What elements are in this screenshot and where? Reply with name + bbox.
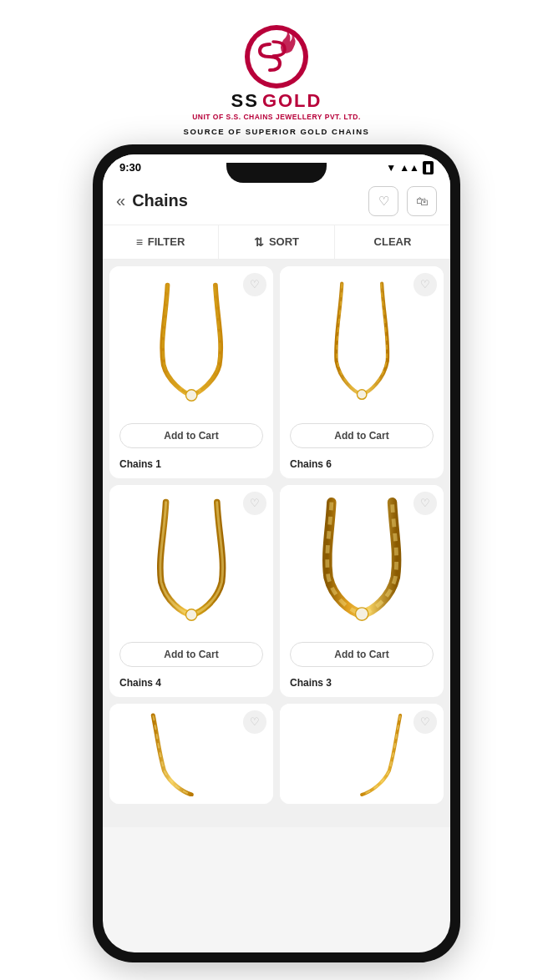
chains6-image: [288, 277, 435, 405]
filter-button[interactable]: ≡ FILTER: [103, 225, 219, 259]
chains1-image: [118, 277, 265, 405]
product-card-chains8: ♡: [280, 704, 444, 804]
phone-frame: 9:30 ▼ ▲▲ ▮ « Chains ♡ 🛍: [93, 144, 460, 962]
heart-icon: ♡: [378, 194, 389, 209]
wishlist-chains1[interactable]: ♡: [243, 273, 266, 296]
product-name-chains1: Chains 1: [109, 457, 273, 478]
brand-logo-icon: [243, 23, 310, 90]
product-name-chains6: Chains 6: [280, 457, 444, 478]
bag-icon: 🛍: [416, 194, 429, 208]
filter-bar: ≡ FILTER ⇅ SORT CLEAR: [103, 225, 450, 260]
add-to-cart-chains1[interactable]: Add to Cart: [119, 423, 263, 448]
product-grid: ♡: [103, 260, 450, 811]
brand-gold: GOLD: [262, 90, 322, 112]
sort-button[interactable]: ⇅ SORT: [219, 225, 335, 259]
svg-point-3: [357, 390, 366, 399]
back-button[interactable]: «: [116, 191, 125, 210]
clear-label: CLEAR: [374, 235, 412, 248]
filter-label: FILTER: [148, 235, 185, 248]
product-image-chains6: ♡: [280, 266, 444, 417]
brand-tagline: SOURCE OF SUPERIOR GOLD CHAINS: [184, 127, 370, 136]
product-image-chains8: ♡: [280, 704, 444, 804]
status-time: 9:30: [119, 161, 141, 174]
wishlist-chains4[interactable]: ♡: [243, 492, 266, 515]
add-to-cart-chains4[interactable]: Add to Cart: [119, 642, 263, 667]
bottom-spacer: [103, 811, 450, 827]
product-card-chains1: ♡: [109, 266, 273, 478]
brand-ss: SS: [231, 90, 259, 112]
sort-icon: ⇅: [254, 235, 264, 249]
product-image-chains7: ♡: [109, 704, 273, 804]
svg-point-5: [355, 608, 368, 620]
add-to-cart-chains6[interactable]: Add to Cart: [290, 423, 434, 448]
app-header: « Chains ♡ 🛍: [103, 178, 450, 225]
brand-name-row: SS GOLD: [231, 90, 322, 112]
wishlist-button[interactable]: ♡: [368, 186, 398, 216]
product-card-chains7: ♡: [109, 704, 273, 804]
sort-label: SORT: [269, 235, 299, 248]
product-image-chains1: ♡: [109, 266, 273, 417]
chains3-image: [288, 496, 435, 624]
brand-subtitle: UNIT OF S.S. CHAINS JEWELLERY PVT. LTD.: [192, 112, 361, 123]
cart-button[interactable]: 🛍: [407, 186, 437, 216]
wifi-icon: ▼: [386, 162, 396, 174]
wishlist-chains3[interactable]: ♡: [413, 492, 437, 515]
battery-icon: ▮: [423, 161, 434, 174]
chains4-image: [118, 496, 265, 624]
svg-point-2: [185, 390, 196, 401]
svg-point-4: [185, 609, 196, 620]
status-icons: ▼ ▲▲ ▮: [386, 161, 434, 174]
product-card-chains3: ♡: [280, 485, 444, 697]
wishlist-chains7[interactable]: ♡: [243, 710, 266, 734]
phone-notch: [226, 163, 327, 183]
clear-button[interactable]: CLEAR: [335, 225, 450, 259]
product-card-chains6: ♡ Add to Cart: [280, 266, 444, 478]
add-to-cart-chains3[interactable]: Add to Cart: [290, 642, 434, 667]
product-name-chains3: Chains 3: [280, 675, 444, 697]
wishlist-chains8[interactable]: ♡: [413, 710, 437, 734]
signal-icon: ▲▲: [399, 162, 419, 174]
product-image-chains4: ♡: [109, 485, 273, 635]
header-icons: ♡ 🛍: [368, 186, 437, 216]
product-card-chains4: ♡: [109, 485, 273, 697]
page-title: Chains: [132, 191, 368, 210]
product-name-chains4: Chains 4: [109, 675, 273, 697]
product-image-chains3: ♡: [280, 485, 444, 635]
wishlist-chains6[interactable]: ♡: [413, 273, 437, 296]
phone-screen: 9:30 ▼ ▲▲ ▮ « Chains ♡ 🛍: [103, 154, 450, 952]
logo-area: SS GOLD UNIT OF S.S. CHAINS JEWELLERY PV…: [184, 0, 370, 144]
filter-icon: ≡: [136, 235, 143, 249]
